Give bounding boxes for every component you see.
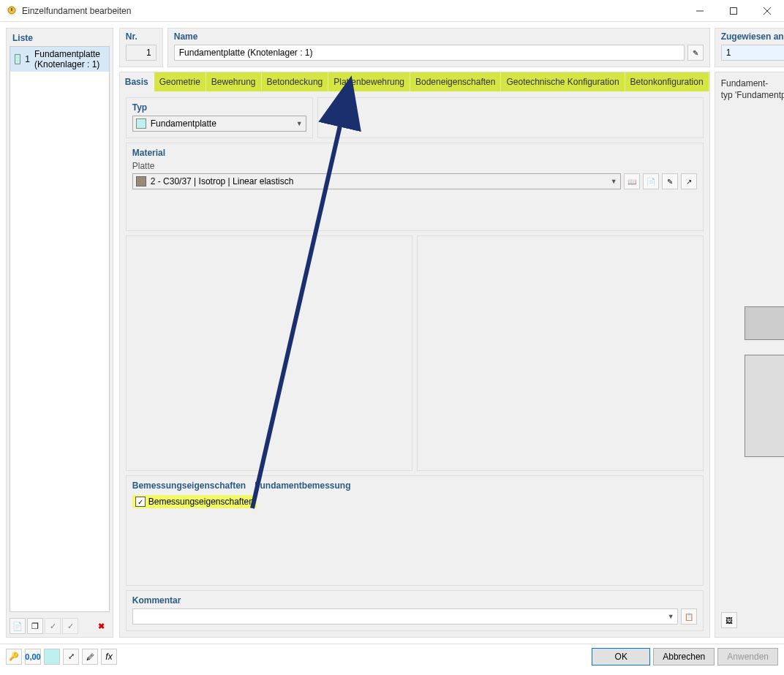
list-item-text: Fundamentplatte (Knotenlager : 1) xyxy=(34,49,105,69)
check2-button[interactable]: ✓ xyxy=(62,618,78,634)
material-label: Material xyxy=(132,148,697,158)
tab-plate-reinforcement[interactable]: Plattenbewehrung xyxy=(328,72,410,91)
tab-soil[interactable]: Bodeneigenschaften xyxy=(410,72,501,91)
material-library-button[interactable]: 📖 xyxy=(624,173,640,189)
nr-field[interactable] xyxy=(126,45,157,61)
units-button[interactable]: 0,00 xyxy=(25,649,41,665)
blank-group-top xyxy=(317,97,704,138)
material-value: 2 - C30/37 | Isotrop | Linear elastisch xyxy=(151,176,294,186)
list-panel: Liste 1 Fundamentplatte (Knotenlager : 1… xyxy=(6,28,113,638)
design-checkbox-label: Bemessungseigenschaften xyxy=(148,497,254,507)
window-title: Einzelfundament bearbeiten xyxy=(22,6,683,16)
design-properties-checkbox[interactable]: ✓ Bemessungseigenschaften xyxy=(132,495,257,508)
titlebar: Einzelfundament bearbeiten xyxy=(0,0,784,22)
chevron-down-icon: ▼ xyxy=(668,613,674,620)
tab-reinforcement[interactable]: Bewehrung xyxy=(206,72,262,91)
type-group: Typ Fundamentplatte ▼ xyxy=(126,97,313,138)
item-list[interactable]: 1 Fundamentplatte (Knotenlager : 1) xyxy=(10,46,110,612)
name-group: Name ✎ xyxy=(167,28,710,67)
tab-concrete-config[interactable]: Betonkonfiguration xyxy=(625,72,709,91)
tab-geometry[interactable]: Geometrie xyxy=(154,72,206,91)
assigned-label: Zugewiesen an Knotenlager Nr. xyxy=(721,31,784,42)
comment-label: Kommentar xyxy=(132,595,697,606)
delete-item-button[interactable]: ✖ xyxy=(94,618,110,634)
design-group: Bemessungseigenschaften Fundamentbemessu… xyxy=(126,475,704,586)
preview-canvas xyxy=(721,100,784,612)
tab-basis[interactable]: Basis xyxy=(120,72,154,91)
app-icon xyxy=(6,5,18,17)
tab-bar: Basis Geometrie Bewehrung Betondeckung P… xyxy=(120,72,709,91)
tab-concrete-cover[interactable]: Betondeckung xyxy=(262,72,329,91)
foundation-plan-icon xyxy=(745,355,784,457)
edit-name-button[interactable]: ✎ xyxy=(687,45,704,61)
comment-pick-button[interactable]: 📋 xyxy=(681,608,697,625)
chevron-down-icon: ▼ xyxy=(296,120,303,127)
foundation-plate-icon xyxy=(136,118,146,129)
blank-pane-right xyxy=(417,235,704,471)
foundation-elevation-icon xyxy=(745,255,784,340)
maximize-button[interactable] xyxy=(717,0,750,22)
tool1-button[interactable]: 🖉 xyxy=(82,649,98,665)
copy-item-button[interactable]: ❐ xyxy=(27,618,43,634)
assigned-group: Zugewiesen an Knotenlager Nr. ↗ xyxy=(715,28,784,67)
type-label: Typ xyxy=(132,102,306,113)
material-sublabel: Platte xyxy=(132,161,697,171)
preview-panel: Fundament- typ 'Fundamentplatte' xyxy=(715,72,784,638)
check-icon: ✓ xyxy=(135,497,146,507)
svg-rect-3 xyxy=(731,7,737,14)
dialog-footer: 🔑 0,00 ⤢ 🖉 fx OK Abbrechen Anwenden xyxy=(0,644,784,668)
preview-caption-2: typ 'Fundamentplatte' xyxy=(721,90,784,100)
material-group: Material Platte 2 - C30/37 | Isotrop | L… xyxy=(126,143,704,231)
material-edit-button[interactable]: ✎ xyxy=(662,173,678,189)
view-button[interactable] xyxy=(44,649,60,665)
assigned-field[interactable] xyxy=(721,45,784,61)
list-label: Liste xyxy=(7,29,113,46)
ok-button[interactable]: OK xyxy=(592,648,650,665)
material-new-button[interactable]: 📄 xyxy=(643,173,659,189)
apply-button[interactable]: Anwenden xyxy=(717,648,778,665)
design-heading-2: Fundamentbemessung xyxy=(255,480,350,491)
new-item-button[interactable]: 📄 xyxy=(10,618,26,634)
check-button[interactable]: ✓ xyxy=(45,618,61,634)
type-value: Fundamentplatte xyxy=(151,118,216,129)
type-select[interactable]: Fundamentplatte ▼ xyxy=(132,116,306,132)
help-button[interactable]: 🔑 xyxy=(6,649,22,665)
config-panel: Basis Geometrie Bewehrung Betondeckung P… xyxy=(119,72,710,638)
list-item-num: 1 xyxy=(25,54,30,64)
name-label: Name xyxy=(174,31,198,42)
minimize-button[interactable] xyxy=(683,0,717,22)
axes-button[interactable]: ⤢ xyxy=(63,649,79,665)
chevron-down-icon: ▼ xyxy=(611,178,617,185)
comment-combo[interactable]: ▼ xyxy=(132,608,678,625)
design-heading-1: Bemessungseigenschaften xyxy=(132,480,246,491)
name-field[interactable] xyxy=(174,45,685,61)
material-pick-button[interactable]: ↗ xyxy=(681,173,697,189)
cancel-button[interactable]: Abbrechen xyxy=(653,648,715,665)
list-item[interactable]: 1 Fundamentplatte (Knotenlager : 1) xyxy=(10,47,109,72)
tab-geotech-config[interactable]: Geotechnische Konfiguration xyxy=(501,72,625,91)
blank-pane-left xyxy=(126,235,412,471)
nr-label: Nr. xyxy=(126,31,137,42)
preview-caption-1: Fundament- xyxy=(721,78,784,88)
concrete-icon xyxy=(136,176,146,186)
foundation-plate-icon xyxy=(15,54,20,64)
nr-group: Nr. xyxy=(119,28,163,67)
material-select[interactable]: 2 - C30/37 | Isotrop | Linear elastisch … xyxy=(132,173,621,189)
preview-settings-button[interactable]: 🖼 xyxy=(721,612,737,628)
comment-group: Kommentar ▼ 📋 xyxy=(126,590,704,631)
list-toolbar: 📄 ❐ ✓ ✓ ✖ xyxy=(7,615,113,637)
svg-rect-1 xyxy=(11,8,12,11)
close-button[interactable] xyxy=(750,0,784,22)
fx-button[interactable]: fx xyxy=(101,649,117,665)
